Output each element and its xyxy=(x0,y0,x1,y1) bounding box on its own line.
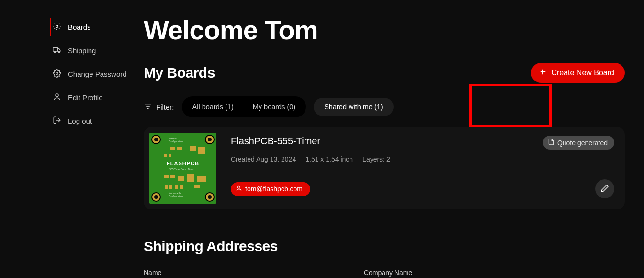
board-name: FlashPCB-555-Timer xyxy=(231,136,320,147)
svg-rect-24 xyxy=(170,147,175,150)
svg-rect-1 xyxy=(53,48,58,52)
create-board-button[interactable]: Create New Board xyxy=(531,63,625,83)
my-boards-heading: My Boards xyxy=(144,65,215,81)
tab-all-boards[interactable]: All boards (1) xyxy=(184,98,242,116)
sidebar-item-label: Edit Profile xyxy=(68,93,103,102)
person-icon xyxy=(236,185,242,193)
logout-icon xyxy=(53,116,61,126)
svg-rect-27 xyxy=(198,147,205,154)
svg-rect-29 xyxy=(169,154,171,157)
sidebar-item-label: Boards xyxy=(68,23,91,31)
main-content: Welcome Tom My Boards Create New Board F… xyxy=(144,0,644,278)
svg-point-2 xyxy=(54,51,56,53)
create-button-label: Create New Board xyxy=(551,69,614,77)
svg-rect-37 xyxy=(175,185,178,189)
name-label: Name xyxy=(144,269,335,277)
gear-icon xyxy=(53,69,61,79)
tab-my-boards[interactable]: My boards (0) xyxy=(244,98,304,116)
svg-rect-35 xyxy=(165,185,168,189)
svg-point-40 xyxy=(238,186,240,188)
board-card[interactable]: FLASHPCB 555 Timer Demo Board Astable Co… xyxy=(144,127,625,209)
tab-shared-with-me[interactable]: Shared with me (1) xyxy=(314,98,394,116)
plus-icon xyxy=(539,68,547,78)
sidebar-item-label: Shipping xyxy=(68,46,96,55)
document-icon xyxy=(548,139,554,147)
sidebar-item-change-password[interactable]: Change Password xyxy=(38,62,134,86)
svg-rect-32 xyxy=(178,176,184,181)
welcome-heading: Welcome Tom xyxy=(144,14,625,46)
svg-text:Configuration: Configuration xyxy=(169,195,183,197)
svg-rect-25 xyxy=(177,147,182,150)
svg-point-17 xyxy=(208,195,212,199)
svg-point-3 xyxy=(58,51,60,53)
svg-rect-39 xyxy=(194,185,200,188)
svg-rect-30 xyxy=(164,175,169,178)
company-label: Company Name xyxy=(364,269,555,277)
svg-rect-34 xyxy=(197,176,206,182)
svg-rect-38 xyxy=(180,185,183,189)
svg-point-5 xyxy=(56,94,58,97)
svg-point-16 xyxy=(154,195,158,199)
svg-text:Configuration: Configuration xyxy=(169,140,183,143)
sidebar-item-boards[interactable]: Boards xyxy=(38,15,134,39)
person-icon xyxy=(53,93,61,103)
svg-text:555 Timer Demo Board: 555 Timer Demo Board xyxy=(169,168,194,171)
filter-pill-group: All boards (1) My boards (0) xyxy=(182,96,306,117)
svg-rect-28 xyxy=(164,154,167,157)
status-badge: Quote generated xyxy=(543,136,614,150)
sidebar-item-shipping[interactable]: Shipping xyxy=(38,39,134,62)
sidebar: Boards Shipping Change Password Edit Pro… xyxy=(0,0,144,278)
filter-icon xyxy=(144,102,152,112)
svg-rect-26 xyxy=(190,146,196,151)
edit-button[interactable] xyxy=(595,179,614,198)
filter-label: Filter: xyxy=(144,102,174,112)
svg-point-0 xyxy=(56,25,58,28)
board-dimensions: 1.51 x 1.54 inch xyxy=(305,155,353,163)
svg-rect-31 xyxy=(170,175,175,178)
truck-icon xyxy=(53,46,61,56)
board-thumbnail: FLASHPCB 555 Timer Demo Board Astable Co… xyxy=(149,133,216,204)
svg-rect-33 xyxy=(187,174,194,182)
svg-text:FLASHPCB: FLASHPCB xyxy=(167,161,199,166)
board-layers: Layers: 2 xyxy=(362,155,390,163)
owner-chip[interactable]: tom@flashpcb.com xyxy=(231,182,310,196)
created-date: Created Aug 13, 2024 xyxy=(231,155,296,163)
svg-rect-36 xyxy=(169,185,172,189)
svg-point-15 xyxy=(208,138,212,141)
shipping-heading: Shipping Addresses xyxy=(144,238,625,255)
svg-point-14 xyxy=(154,138,158,141)
sidebar-item-label: Change Password xyxy=(68,70,127,78)
svg-point-4 xyxy=(56,72,58,75)
sidebar-item-edit-profile[interactable]: Edit Profile xyxy=(38,86,134,109)
pencil-icon xyxy=(600,184,609,194)
boards-icon xyxy=(53,22,61,32)
sidebar-item-label: Log out xyxy=(68,117,92,125)
sidebar-item-logout[interactable]: Log out xyxy=(38,109,134,133)
